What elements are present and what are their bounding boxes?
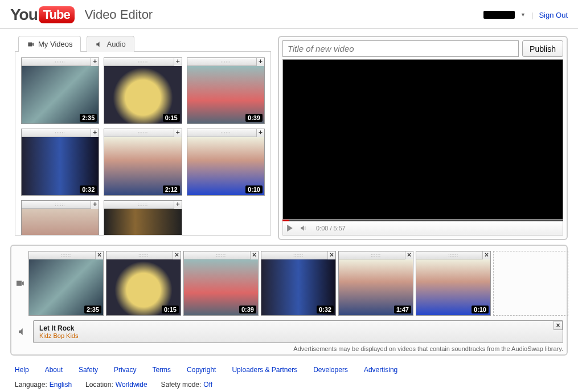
audio-clip[interactable]: Let It Rock Kidz Bop Kids × bbox=[33, 320, 563, 343]
remove-clip-button[interactable]: × bbox=[327, 251, 335, 259]
footer-link[interactable]: Safety bbox=[79, 366, 98, 374]
drag-handle-icon[interactable]: :::::: bbox=[216, 253, 226, 257]
footer: HelpAboutSafetyPrivacyTermsCopyrightUplo… bbox=[0, 356, 578, 393]
clip-thumbnail bbox=[104, 209, 181, 236]
drag-handle-icon[interactable]: :::::: bbox=[138, 131, 148, 135]
clip-duration: 1:47 bbox=[394, 306, 411, 313]
audio-title: Let It Rock bbox=[39, 324, 78, 332]
drag-handle-icon[interactable]: :::::: bbox=[138, 60, 148, 64]
video-library[interactable]: ::::::+2:35::::::+0:15::::::+0:39::::::+… bbox=[15, 51, 271, 236]
speaker-icon bbox=[15, 327, 30, 337]
drag-handle-icon[interactable]: :::::: bbox=[220, 60, 231, 64]
footer-link[interactable]: Uploaders & Partners bbox=[232, 366, 297, 374]
remove-clip-button[interactable]: × bbox=[250, 251, 258, 259]
clip-duration: 0:39 bbox=[245, 114, 263, 122]
editor-panel: Publish 0:00 / 5:57 bbox=[278, 36, 568, 240]
add-clip-button[interactable]: + bbox=[91, 129, 99, 137]
page-title: Video Editor bbox=[85, 7, 153, 22]
video-preview[interactable] bbox=[282, 59, 563, 220]
video-clip[interactable]: ::::::+2:12 bbox=[104, 129, 182, 195]
drag-handle-icon[interactable]: :::::: bbox=[61, 253, 71, 257]
signout-link[interactable]: Sign Out bbox=[539, 11, 568, 19]
location-link[interactable]: Worldwide bbox=[116, 381, 147, 389]
video-clip[interactable]: ::::::+0:10 bbox=[187, 129, 265, 195]
add-clip-button[interactable]: + bbox=[174, 58, 182, 66]
video-clip[interactable]: ::::::×0:32 bbox=[261, 251, 336, 316]
remove-clip-button[interactable]: × bbox=[173, 251, 181, 259]
video-clip[interactable]: ::::::+ bbox=[104, 200, 182, 236]
video-clip[interactable]: ::::::×2:35 bbox=[28, 251, 104, 316]
safety-link[interactable]: Off bbox=[203, 381, 212, 389]
video-clip[interactable]: ::::::×0:15 bbox=[106, 251, 181, 316]
drag-handle-icon[interactable]: :::::: bbox=[448, 253, 458, 257]
volume-button[interactable] bbox=[299, 224, 308, 233]
safety-label: Safety mode: bbox=[161, 381, 202, 389]
publish-button[interactable]: Publish bbox=[522, 40, 563, 57]
footer-link[interactable]: Copyright bbox=[187, 366, 216, 374]
progress-bar[interactable] bbox=[282, 220, 563, 221]
user-menu[interactable] bbox=[483, 11, 515, 19]
footer-link[interactable]: About bbox=[45, 366, 63, 374]
add-clip-button[interactable]: + bbox=[174, 129, 182, 137]
drag-handle-icon[interactable]: :::::: bbox=[138, 203, 148, 207]
add-clip-button[interactable]: + bbox=[256, 129, 264, 137]
drag-handle-icon[interactable]: :::::: bbox=[55, 203, 65, 207]
video-title-input[interactable] bbox=[282, 40, 519, 57]
remove-clip-button[interactable]: × bbox=[95, 251, 103, 259]
add-clip-button[interactable]: + bbox=[91, 58, 99, 66]
video-clip[interactable]: ::::::×0:39 bbox=[183, 251, 259, 316]
footer-link[interactable]: Developers bbox=[313, 366, 348, 374]
play-button[interactable] bbox=[285, 224, 294, 233]
drag-handle-icon[interactable]: :::::: bbox=[371, 253, 381, 257]
youtube-logo[interactable]: You Tube bbox=[10, 6, 75, 24]
drag-handle-icon[interactable]: :::::: bbox=[55, 131, 65, 135]
remove-clip-button[interactable]: × bbox=[405, 251, 413, 259]
remove-audio-button[interactable]: × bbox=[554, 321, 563, 330]
add-clip-button[interactable]: + bbox=[256, 58, 264, 66]
clip-duration: 0:39 bbox=[239, 306, 256, 313]
tab-audio[interactable]: Audio bbox=[87, 36, 134, 52]
logo-text-you: You bbox=[10, 6, 38, 24]
video-clip[interactable]: ::::::+2:35 bbox=[21, 57, 99, 124]
audioswap-disclaimer: Advertisements may be displayed on video… bbox=[15, 345, 563, 352]
language-label: Language: bbox=[15, 381, 47, 389]
timeline-panel: ::::::×2:35::::::×0:15::::::×0:39::::::×… bbox=[10, 245, 568, 356]
footer-link[interactable]: Terms bbox=[152, 366, 171, 374]
audio-artist: Kidz Bop Kids bbox=[39, 332, 78, 339]
clip-duration: 0:15 bbox=[162, 306, 179, 313]
drag-handle-icon[interactable]: :::::: bbox=[138, 253, 149, 257]
tab-label: My Videos bbox=[38, 40, 72, 48]
clip-duration: 2:35 bbox=[84, 306, 101, 313]
chevron-down-icon[interactable]: ▼ bbox=[520, 12, 526, 18]
add-clip-button[interactable]: + bbox=[91, 201, 99, 209]
footer-link[interactable]: Help bbox=[15, 366, 29, 374]
separator: | bbox=[531, 11, 533, 19]
logo-text-tube: Tube bbox=[39, 6, 75, 23]
remove-clip-button[interactable]: × bbox=[482, 251, 490, 259]
time-display: 0:00 / 5:57 bbox=[316, 225, 346, 232]
video-clip[interactable]: ::::::+0:15 bbox=[104, 57, 182, 124]
video-clip[interactable]: ::::::+0:32 bbox=[21, 129, 99, 195]
location-label: Location: bbox=[85, 381, 113, 389]
video-clip[interactable]: ::::::×0:10 bbox=[416, 251, 491, 316]
video-clip[interactable]: ::::::+ bbox=[21, 200, 99, 236]
camera-icon bbox=[15, 278, 25, 288]
footer-link[interactable]: Advertising bbox=[364, 366, 397, 374]
drag-handle-icon[interactable]: :::::: bbox=[55, 60, 65, 64]
clip-thumbnail bbox=[22, 209, 99, 236]
language-link[interactable]: English bbox=[50, 381, 72, 389]
audio-track: Let It Rock Kidz Bop Kids × bbox=[15, 320, 563, 343]
clip-duration: 0:32 bbox=[80, 185, 97, 193]
video-clip[interactable]: ::::::+0:39 bbox=[187, 57, 265, 124]
drag-handle-icon[interactable]: :::::: bbox=[220, 131, 231, 135]
video-track: ::::::×2:35::::::×0:15::::::×0:39::::::×… bbox=[15, 251, 563, 316]
tab-my-videos[interactable]: My Videos bbox=[18, 36, 81, 52]
clip-duration: 0:15 bbox=[163, 114, 180, 122]
drag-handle-icon[interactable]: :::::: bbox=[293, 253, 304, 257]
footer-link[interactable]: Privacy bbox=[114, 366, 136, 374]
empty-timeline-slot[interactable] bbox=[493, 251, 568, 316]
player-controls: 0:00 / 5:57 bbox=[282, 221, 563, 236]
tab-label: Audio bbox=[106, 40, 125, 48]
add-clip-button[interactable]: + bbox=[174, 201, 182, 209]
video-clip[interactable]: ::::::×1:47 bbox=[338, 251, 413, 316]
